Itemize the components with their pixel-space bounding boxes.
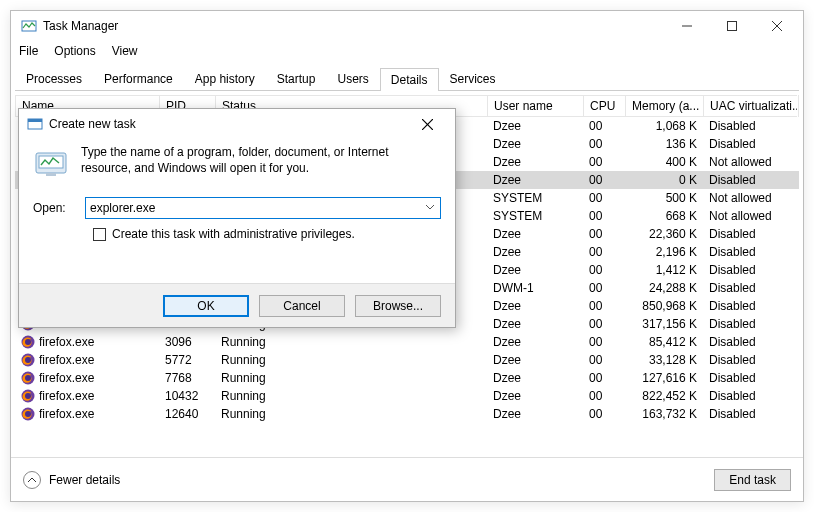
cell-user: DWM-1: [487, 281, 583, 295]
cell-memory: 850,968 K: [625, 299, 703, 313]
cell-status: Running: [215, 371, 487, 385]
cell-memory: 127,616 K: [625, 371, 703, 385]
dialog-titlebar: Create new task: [19, 109, 455, 139]
cell-memory: 500 K: [625, 191, 703, 205]
cell-cpu: 00: [583, 191, 625, 205]
tab-performance[interactable]: Performance: [93, 67, 184, 90]
menu-file[interactable]: File: [19, 44, 38, 58]
browse-button[interactable]: Browse...: [355, 295, 441, 317]
dialog-close-button[interactable]: [407, 110, 447, 138]
dialog-title: Create new task: [49, 117, 136, 131]
cell-uac: Disabled: [703, 173, 797, 187]
fewer-details-toggle[interactable]: Fewer details: [23, 471, 120, 489]
col-memory[interactable]: Memory (a...: [625, 95, 703, 117]
cell-name: firefox.exe: [39, 389, 94, 403]
dialog-button-row: OK Cancel Browse...: [19, 283, 455, 327]
cell-user: SYSTEM: [487, 209, 583, 223]
table-row[interactable]: firefox.exe7768RunningDzee00127,616 KDis…: [15, 369, 799, 387]
col-uac[interactable]: UAC virtualizati...: [703, 95, 797, 117]
open-label: Open:: [33, 201, 73, 215]
cell-pid: 3096: [159, 335, 215, 349]
menu-view[interactable]: View: [112, 44, 138, 58]
chevron-down-icon[interactable]: [423, 200, 437, 214]
table-row[interactable]: firefox.exe5772RunningDzee0033,128 KDisa…: [15, 351, 799, 369]
cell-cpu: 00: [583, 155, 625, 169]
cell-user: Dzee: [487, 119, 583, 133]
close-button[interactable]: [754, 12, 799, 40]
cell-memory: 1,068 K: [625, 119, 703, 133]
svg-line-3: [772, 21, 782, 31]
ok-button[interactable]: OK: [163, 295, 249, 317]
col-cpu[interactable]: CPU: [583, 95, 625, 117]
cell-uac: Disabled: [703, 353, 797, 367]
cell-uac: Disabled: [703, 245, 797, 259]
cell-uac: Disabled: [703, 389, 797, 403]
cell-uac: Disabled: [703, 119, 797, 133]
cell-cpu: 00: [583, 245, 625, 259]
cell-cpu: 00: [583, 389, 625, 403]
table-row[interactable]: firefox.exe12640RunningDzee00163,732 KDi…: [15, 405, 799, 423]
cell-cpu: 00: [583, 209, 625, 223]
cell-memory: 1,412 K: [625, 263, 703, 277]
cell-user: Dzee: [487, 173, 583, 187]
cell-pid: 10432: [159, 389, 215, 403]
cell-uac: Disabled: [703, 137, 797, 151]
svg-point-14: [25, 393, 31, 399]
tab-details[interactable]: Details: [380, 68, 439, 91]
cell-memory: 0 K: [625, 173, 703, 187]
tab-processes[interactable]: Processes: [15, 67, 93, 90]
firefox-icon: [21, 335, 35, 349]
cell-uac: Disabled: [703, 299, 797, 313]
end-task-button[interactable]: End task: [714, 469, 791, 491]
cell-name: firefox.exe: [39, 371, 94, 385]
cell-cpu: 00: [583, 119, 625, 133]
cell-user: Dzee: [487, 263, 583, 277]
cell-cpu: 00: [583, 407, 625, 421]
tab-app-history[interactable]: App history: [184, 67, 266, 90]
cell-cpu: 00: [583, 281, 625, 295]
svg-rect-23: [46, 173, 56, 176]
minimize-button[interactable]: [664, 12, 709, 40]
cell-uac: Disabled: [703, 335, 797, 349]
run-icon: [33, 145, 69, 181]
admin-checkbox-label[interactable]: Create this task with administrative pri…: [112, 227, 355, 241]
col-user[interactable]: User name: [487, 95, 583, 117]
cell-cpu: 00: [583, 371, 625, 385]
tab-startup[interactable]: Startup: [266, 67, 327, 90]
cell-status: Running: [215, 389, 487, 403]
cell-cpu: 00: [583, 317, 625, 331]
tab-users[interactable]: Users: [326, 67, 379, 90]
cell-uac: Disabled: [703, 371, 797, 385]
cell-uac: Not allowed: [703, 191, 797, 205]
open-combobox[interactable]: [85, 197, 441, 219]
menu-options[interactable]: Options: [54, 44, 95, 58]
firefox-icon: [21, 407, 35, 421]
titlebar: Task Manager: [11, 11, 803, 41]
cell-uac: Disabled: [703, 317, 797, 331]
table-row[interactable]: firefox.exe3096RunningDzee0085,412 KDisa…: [15, 333, 799, 351]
admin-checkbox[interactable]: [93, 228, 106, 241]
cell-status: Running: [215, 353, 487, 367]
svg-line-4: [772, 21, 782, 31]
table-row[interactable]: firefox.exe10432RunningDzee00822,452 KDi…: [15, 387, 799, 405]
firefox-icon: [21, 389, 35, 403]
svg-rect-18: [28, 119, 42, 122]
tabstrip: Processes Performance App history Startu…: [15, 65, 799, 91]
tab-services[interactable]: Services: [439, 67, 507, 90]
fewer-details-label: Fewer details: [49, 473, 120, 487]
cancel-button[interactable]: Cancel: [259, 295, 345, 317]
cell-user: Dzee: [487, 407, 583, 421]
cell-status: Running: [215, 335, 487, 349]
cell-user: Dzee: [487, 353, 583, 367]
svg-point-12: [25, 375, 31, 381]
cell-user: Dzee: [487, 137, 583, 151]
cell-user: Dzee: [487, 245, 583, 259]
svg-point-8: [25, 339, 31, 345]
cell-cpu: 00: [583, 137, 625, 151]
cell-uac: Disabled: [703, 227, 797, 241]
maximize-button[interactable]: [709, 12, 754, 40]
cell-user: Dzee: [487, 335, 583, 349]
open-input[interactable]: [85, 197, 441, 219]
bottom-bar: Fewer details End task: [11, 457, 803, 501]
cell-cpu: 00: [583, 173, 625, 187]
